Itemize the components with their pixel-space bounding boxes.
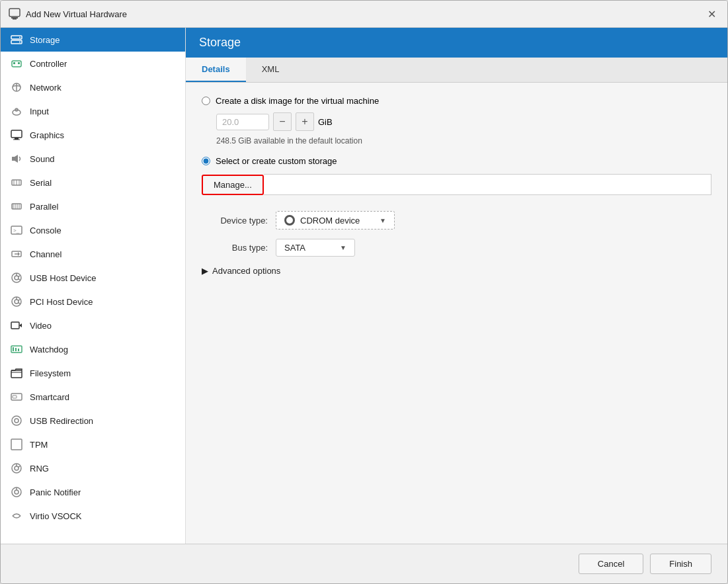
title-bar-left: Add New Virtual Hardware xyxy=(9,8,127,20)
svg-rect-44 xyxy=(13,347,14,351)
available-text: 248.5 GiB available in the default locat… xyxy=(216,136,711,146)
custom-storage-row: Select or create custom storage xyxy=(202,156,711,166)
sidebar-label-controller: Controller xyxy=(30,59,67,69)
sidebar-item-sound[interactable]: Sound xyxy=(1,147,185,171)
device-type-label: Device type: xyxy=(202,216,268,226)
sidebar-item-pci-host-device[interactable]: PCI Host Device xyxy=(1,290,185,313)
storage-icon xyxy=(10,33,23,46)
sidebar-label-virtio-vsock: Virtio VSOCK xyxy=(30,511,82,521)
video-icon xyxy=(10,319,23,332)
bus-type-value: SATA xyxy=(284,243,305,253)
sidebar-item-panic-notifier[interactable]: Panic Notifier xyxy=(1,480,185,504)
bus-type-dropdown[interactable]: SATA ▼ xyxy=(276,239,355,257)
sidebar-item-channel[interactable]: Channel xyxy=(1,242,185,266)
manage-input[interactable] xyxy=(264,174,711,195)
parallel-icon xyxy=(10,200,23,213)
svg-rect-47 xyxy=(11,370,22,378)
sidebar-item-watchdog[interactable]: Watchdog xyxy=(1,337,185,361)
smartcard-icon xyxy=(10,390,23,403)
cdrom-device-icon xyxy=(284,215,295,226)
sound-icon xyxy=(10,152,23,165)
usb-redirection-icon xyxy=(10,414,23,427)
cancel-button[interactable]: Cancel xyxy=(579,554,643,574)
close-button[interactable]: ✕ xyxy=(704,6,719,22)
sidebar-label-rng: RNG xyxy=(30,464,49,474)
sidebar-item-input[interactable]: Input xyxy=(1,99,185,123)
sidebar: Storage Controller xyxy=(1,28,186,544)
sidebar-label-watchdog: Watchdog xyxy=(30,345,68,355)
virtio-vsock-icon xyxy=(10,509,23,522)
svg-rect-49 xyxy=(13,396,17,398)
disk-size-increase-button[interactable]: + xyxy=(296,112,314,131)
app-icon xyxy=(9,8,20,20)
svg-rect-0 xyxy=(9,9,20,17)
create-disk-image-row: Create a disk image for the virtual mach… xyxy=(202,96,711,106)
sidebar-item-usb-host-device[interactable]: USB Host Device xyxy=(1,266,185,290)
svg-line-34 xyxy=(18,276,20,277)
disk-size-input[interactable] xyxy=(216,114,269,130)
svg-point-6 xyxy=(19,42,20,43)
finish-button[interactable]: Finish xyxy=(650,554,711,574)
sidebar-label-storage: Storage xyxy=(30,35,60,45)
main-content: Create a disk image for the virtual mach… xyxy=(186,83,727,544)
sidebar-label-filesystem: Filesystem xyxy=(30,368,71,378)
input-icon xyxy=(10,104,23,118)
sidebar-item-console[interactable]: >_ Console xyxy=(1,218,185,242)
dialog: Add New Virtual Hardware ✕ Storage xyxy=(0,0,728,584)
sidebar-label-pci-host-device: PCI Host Device xyxy=(30,297,93,307)
sidebar-item-network[interactable]: Network xyxy=(1,75,185,99)
svg-rect-16 xyxy=(12,157,15,161)
content-area: Storage Controller xyxy=(1,28,727,544)
manage-button[interactable]: Manage... xyxy=(202,175,264,195)
svg-rect-52 xyxy=(11,439,22,450)
svg-rect-2 xyxy=(13,19,17,20)
disk-size-decrease-button[interactable]: − xyxy=(273,112,292,131)
main-area: Storage Details XML Create a disk image … xyxy=(186,28,727,544)
advanced-options-row[interactable]: ▶ Advanced options xyxy=(202,266,711,276)
sidebar-item-virtio-vsock[interactable]: Virtio VSOCK xyxy=(1,504,185,528)
tab-details[interactable]: Details xyxy=(186,58,246,82)
sidebar-item-smartcard[interactable]: Smartcard xyxy=(1,385,185,409)
watchdog-icon xyxy=(10,343,23,356)
sidebar-item-filesystem[interactable]: Filesystem xyxy=(1,361,185,385)
sidebar-item-parallel[interactable]: Parallel xyxy=(1,194,185,218)
svg-point-58 xyxy=(15,490,19,494)
rng-icon xyxy=(10,462,23,475)
sidebar-label-video: Video xyxy=(30,321,52,331)
network-icon xyxy=(10,81,23,94)
sidebar-label-parallel: Parallel xyxy=(30,202,58,212)
sidebar-item-serial[interactable]: Serial xyxy=(1,171,185,194)
panic-notifier-icon xyxy=(10,485,23,499)
svg-marker-30 xyxy=(18,252,20,256)
radio-disk-image[interactable] xyxy=(202,97,210,105)
radio-custom-storage-label[interactable]: Select or create custom storage xyxy=(216,156,337,166)
sidebar-item-rng[interactable]: RNG xyxy=(1,456,185,480)
sidebar-item-storage[interactable]: Storage xyxy=(1,28,185,52)
bus-type-dropdown-arrow: ▼ xyxy=(340,244,346,251)
svg-line-35 xyxy=(18,279,20,280)
radio-disk-image-label[interactable]: Create a disk image for the virtual mach… xyxy=(216,96,379,106)
svg-point-5 xyxy=(19,37,20,38)
svg-rect-8 xyxy=(13,62,15,64)
usb-host-device-icon xyxy=(10,271,23,284)
sidebar-label-tpm: TPM xyxy=(30,440,48,450)
sidebar-item-tpm[interactable]: TPM xyxy=(1,433,185,456)
main-header: Storage xyxy=(186,28,727,58)
radio-custom-storage[interactable] xyxy=(202,157,210,165)
sidebar-label-input: Input xyxy=(30,106,49,116)
sidebar-item-usb-redirection[interactable]: USB Redirection xyxy=(1,409,185,433)
sidebar-label-channel: Channel xyxy=(30,249,61,259)
controller-icon xyxy=(10,57,23,70)
disk-size-unit: GiB xyxy=(318,117,333,127)
tab-xml[interactable]: XML xyxy=(246,58,296,82)
svg-point-11 xyxy=(13,110,20,115)
sidebar-item-controller[interactable]: Controller xyxy=(1,52,185,75)
svg-point-51 xyxy=(15,419,19,423)
pci-host-device-icon xyxy=(10,295,23,308)
device-type-value: CDROM device xyxy=(300,216,360,226)
sidebar-item-graphics[interactable]: Graphics xyxy=(1,123,185,147)
bus-type-label: Bus type: xyxy=(202,243,268,253)
svg-text:>_: >_ xyxy=(13,228,20,233)
sidebar-item-video[interactable]: Video xyxy=(1,313,185,337)
device-type-dropdown[interactable]: CDROM device ▼ xyxy=(276,211,395,229)
